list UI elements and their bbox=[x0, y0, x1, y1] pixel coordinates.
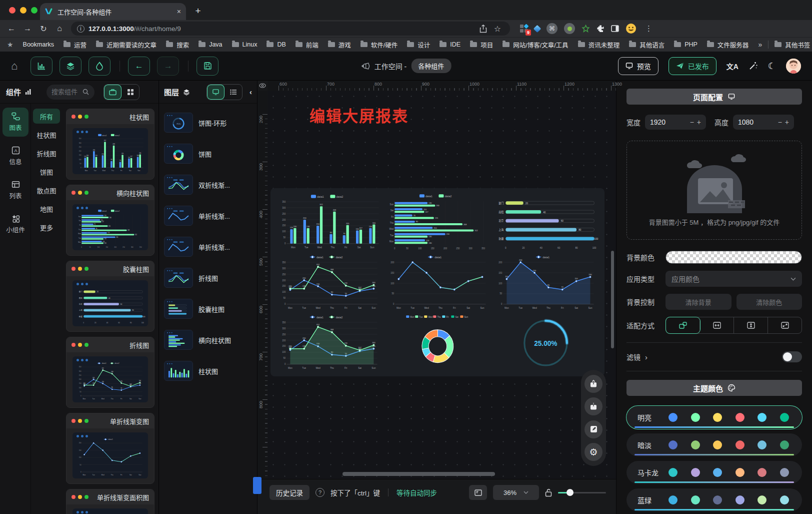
dashboard-preview-group[interactable]: data1data2050100150200250300350Mon120130… bbox=[270, 188, 604, 376]
edit-button[interactable] bbox=[584, 420, 602, 438]
sidebar-item-3[interactable]: 小组件 bbox=[2, 210, 28, 239]
component-view-single-button[interactable] bbox=[104, 85, 122, 100]
height-value[interactable]: 1080 bbox=[738, 118, 775, 126]
width-value[interactable]: 1920 bbox=[650, 118, 687, 126]
clear-background-button[interactable]: 清除背景 bbox=[666, 294, 732, 310]
component-card-3[interactable]: 折线图 data1data2050100150200250300350MonTu… bbox=[66, 337, 154, 408]
category-item-5[interactable]: 地图 bbox=[33, 201, 60, 216]
dual-line-chart-widget[interactable]: data1data2050100150200250300350MonTueWed… bbox=[276, 253, 383, 312]
fit-stretch-button[interactable] bbox=[768, 317, 802, 333]
close-window-button[interactable] bbox=[9, 7, 16, 14]
profile-avatar-icon[interactable] bbox=[626, 23, 636, 34]
donut-chart-widget[interactable]: MonTueWedThuFriSatSun bbox=[384, 313, 492, 372]
bookmark-folder[interactable]: 运营 bbox=[64, 40, 86, 50]
bookmark-folder[interactable]: 文件服务器 bbox=[707, 40, 749, 50]
layers-panel-toggle-button[interactable] bbox=[60, 57, 82, 76]
layer-item-1[interactable]: 饼图 bbox=[164, 140, 252, 168]
theme-row-1[interactable]: 暗淡 bbox=[626, 433, 802, 456]
layer-view-list-button[interactable] bbox=[224, 85, 242, 100]
eye-icon[interactable] bbox=[259, 83, 266, 88]
line-area-chart-widget[interactable]: data1data2050100150200250300350MonTueWed… bbox=[276, 313, 383, 372]
bookmark-folder[interactable]: 游戏 bbox=[328, 40, 351, 50]
height-stepper[interactable]: 1080 − + bbox=[733, 115, 794, 130]
gem-extension-icon[interactable] bbox=[534, 25, 542, 33]
canvas-text-widget[interactable]: 编辑大屏报表 bbox=[310, 104, 408, 126]
bookmark-folder[interactable]: 搜索 bbox=[166, 40, 189, 50]
width-plus-icon[interactable]: + bbox=[697, 118, 701, 126]
layer-view-thumbnail-button[interactable] bbox=[207, 85, 224, 100]
sidebar-item-2[interactable]: 列表 bbox=[2, 176, 28, 205]
gradient-area-chart-widget[interactable]: data1050100150200MonTueWedThuFriSatSun12… bbox=[492, 253, 600, 312]
category-item-2[interactable]: 折线图 bbox=[33, 146, 60, 161]
browser-menu-icon[interactable]: ⋮ bbox=[645, 24, 652, 33]
sidebar-item-0[interactable]: 图表 bbox=[2, 108, 28, 137]
background-upload-dropzone[interactable]: 背景图需小于 5M ，格式为 png/jpg/gif 的文件 bbox=[626, 141, 802, 240]
bookmark-folder[interactable]: 项目 bbox=[470, 40, 493, 50]
sidebar-item-1[interactable]: A信息 bbox=[2, 142, 28, 171]
share-icon[interactable] bbox=[480, 25, 487, 33]
new-tab-button[interactable]: + bbox=[191, 4, 205, 18]
language-icon[interactable]: 文A bbox=[726, 61, 738, 71]
layer-item-6[interactable]: 胶囊柱图 bbox=[164, 295, 252, 323]
help-icon[interactable]: ? bbox=[316, 488, 324, 497]
canvas-vertical-scrollbar[interactable] bbox=[611, 251, 614, 348]
fit-width-button[interactable] bbox=[700, 317, 734, 333]
component-card-5[interactable]: 单折线渐变面积图 data1050100150200MonTueWedThuFr… bbox=[66, 489, 154, 514]
height-plus-icon[interactable]: + bbox=[785, 118, 789, 126]
charts-panel-toggle-button[interactable] bbox=[30, 57, 52, 76]
component-view-grid-button[interactable] bbox=[122, 85, 139, 100]
magic-wand-icon[interactable] bbox=[748, 61, 758, 71]
bookmark-folder[interactable]: 近期需要读的文章 bbox=[96, 40, 156, 50]
window-controls[interactable] bbox=[9, 7, 38, 14]
close-tab-icon[interactable]: × bbox=[177, 8, 181, 16]
address-bar[interactable]: i 127.0.0.1:3000/#/chart/home/9 ☆ bbox=[71, 22, 510, 36]
app-home-icon[interactable]: ⌂ bbox=[11, 60, 18, 73]
zoom-level-select[interactable]: 36% bbox=[493, 485, 539, 500]
fit-height-button[interactable] bbox=[734, 317, 768, 333]
progress-ring-widget[interactable]: 25.00% bbox=[492, 313, 600, 372]
bookmark-star-icon[interactable]: ☆ bbox=[491, 22, 504, 35]
align-panel-button[interactable] bbox=[469, 485, 487, 500]
bookmark-folder[interactable]: DB bbox=[266, 41, 286, 48]
details-panel-toggle-button[interactable] bbox=[88, 57, 110, 76]
background-color-swatch[interactable] bbox=[666, 251, 802, 264]
theme-row-2[interactable]: 马卡龙 bbox=[626, 461, 802, 484]
component-card-0[interactable]: 柱状图 data1data2050100150200250300350Mon12… bbox=[66, 109, 154, 180]
preview-button[interactable]: 预览 bbox=[618, 57, 658, 75]
back-icon[interactable]: ← bbox=[5, 22, 18, 35]
command-extension-icon[interactable]: ⌘ bbox=[546, 23, 558, 34]
component-card-1[interactable]: 横向柱状图 data1data2050100150200250300350Mon… bbox=[66, 185, 154, 256]
bookmark-folder[interactable]: 其他语言 bbox=[629, 40, 664, 50]
maximize-window-button[interactable] bbox=[31, 7, 38, 14]
clear-color-button[interactable]: 清除颜色 bbox=[736, 294, 802, 310]
zoom-slider-knob[interactable] bbox=[566, 489, 574, 496]
editor-canvas[interactable]: 6007008009001000110012001300 20030040050… bbox=[258, 81, 616, 514]
category-item-3[interactable]: 饼图 bbox=[33, 164, 60, 179]
puzzle-extension-icon[interactable] bbox=[596, 25, 604, 33]
save-button[interactable] bbox=[196, 57, 218, 76]
theme-row-3[interactable]: 蓝绿 bbox=[626, 488, 802, 511]
component-search[interactable] bbox=[46, 85, 94, 100]
component-card-2[interactable]: 胶囊柱图 厦门20南阳40北京60上海80新疆100020406080100 bbox=[66, 261, 154, 332]
bookmark-folder[interactable]: 设计 bbox=[407, 40, 430, 50]
lock-open-icon[interactable] bbox=[545, 488, 552, 497]
width-stepper[interactable]: 1920 − + bbox=[645, 115, 706, 130]
fit-scale-button[interactable] bbox=[666, 317, 700, 333]
filter-expand-icon[interactable]: › bbox=[645, 353, 648, 361]
browser-tab[interactable]: 工作空间-各种组件 × bbox=[40, 3, 186, 20]
recorder-extension-icon[interactable] bbox=[564, 23, 575, 34]
layer-item-7[interactable]: 横向柱状图 bbox=[164, 326, 252, 354]
layer-item-5[interactable]: 折线图 bbox=[164, 264, 252, 292]
layer-item-8[interactable]: 柱状图 bbox=[164, 357, 252, 385]
history-button[interactable]: 历史记录 bbox=[270, 485, 310, 500]
project-name-pill[interactable]: 各种组件 bbox=[411, 59, 451, 73]
app-type-select[interactable]: 应用颜色 bbox=[666, 271, 802, 287]
filter-toggle[interactable] bbox=[782, 351, 802, 362]
export-button[interactable] bbox=[584, 375, 602, 393]
zoom-slider[interactable] bbox=[558, 489, 606, 496]
bar-chart-widget[interactable]: data1data2050100150200250300350Mon120130… bbox=[276, 192, 383, 252]
reload-icon[interactable]: ↻ bbox=[37, 22, 50, 35]
user-avatar[interactable] bbox=[786, 59, 801, 74]
category-item-6[interactable]: 更多 bbox=[33, 220, 60, 235]
undo-button[interactable]: ← bbox=[128, 57, 150, 76]
